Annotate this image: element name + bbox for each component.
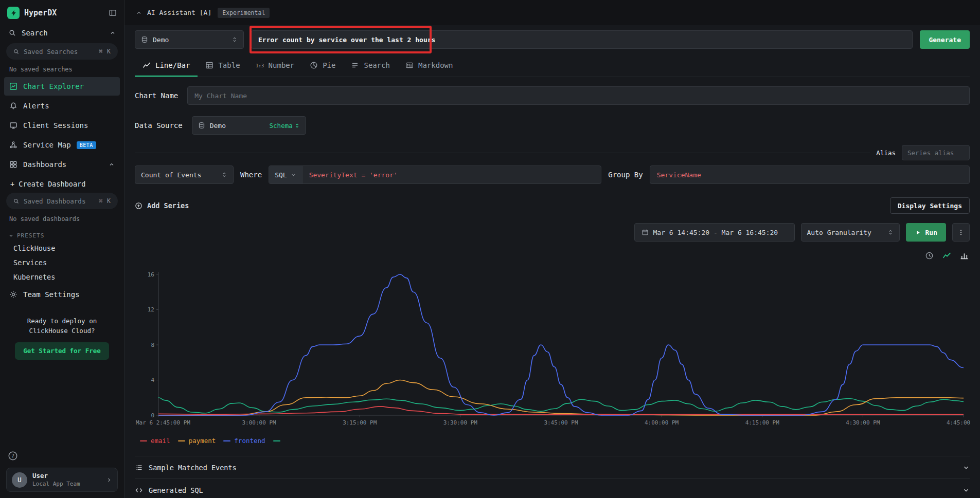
data-source-row: Data Source Demo Schema (135, 116, 970, 135)
get-started-button[interactable]: Get Started for Free (15, 342, 109, 360)
ai-source-value: Demo (153, 36, 227, 44)
ai-assistant-toggle[interactable]: AI Assistant [A] (136, 9, 211, 16)
ai-prompt-input[interactable] (251, 30, 913, 49)
markdown-icon (405, 61, 414, 69)
legend-item-email[interactable]: email (140, 437, 170, 445)
preset-kubernetes[interactable]: Kubernetes (0, 270, 124, 284)
tab-number[interactable]: 1₂3 Number (248, 54, 302, 77)
saved-searches-input[interactable]: Saved Searches ⌘ K (6, 43, 118, 60)
time-range-picker[interactable]: Mar 6 14:45:20 - Mar 6 16:45:20 (634, 223, 795, 242)
sample-matched-events-label: Sample Matched Events (149, 464, 237, 472)
user-menu[interactable]: U User Local App Team (6, 468, 118, 492)
bottom-panels: Sample Matched Events Generated SQL (135, 456, 970, 498)
run-button[interactable]: Run (906, 223, 946, 242)
data-source-value: Demo (210, 122, 226, 130)
tab-label: Table (218, 61, 240, 69)
sidebar-item-dashboards[interactable]: Dashboards (4, 155, 120, 174)
play-icon (915, 229, 921, 236)
where-expression-input[interactable]: SeverityText = 'error' (302, 171, 404, 179)
where-label: Where (240, 171, 262, 179)
add-series-button[interactable]: Add Series (135, 201, 189, 210)
sidebar-item-team-settings[interactable]: Team Settings (0, 284, 124, 305)
alias-input[interactable] (902, 145, 970, 160)
sidebar-item-service-map[interactable]: Service Map BETA (4, 136, 120, 154)
sidebar-item-alerts[interactable]: Alerts (4, 97, 120, 115)
saved-searches-placeholder: Saved Searches (24, 48, 95, 56)
chart-name-label: Chart Name (135, 91, 178, 100)
sidebar-item-client-sessions[interactable]: Client Sessions (4, 116, 120, 135)
ai-prompt-wrap (251, 30, 913, 49)
updown-chevron-icon (231, 36, 238, 43)
bell-icon (9, 102, 17, 110)
svg-text:4: 4 (151, 377, 154, 383)
svg-text:4:45:00 PM: 4:45:00 PM (947, 419, 970, 426)
bar-view-toggle-icon[interactable] (958, 250, 970, 261)
search-section-header[interactable]: Search (0, 24, 124, 42)
list-lines-icon (351, 61, 359, 69)
schema-link-label: Schema (270, 122, 293, 130)
data-source-select[interactable]: Demo Schema (192, 116, 306, 135)
more-options-button[interactable] (952, 223, 970, 242)
user-team: Local App Team (32, 481, 101, 488)
chart-name-input[interactable] (187, 86, 970, 105)
line-view-toggle-icon[interactable] (941, 250, 952, 261)
run-controls-row: Mar 6 14:45:20 - Mar 6 16:45:20 Auto Gra… (135, 223, 970, 242)
legend-dash (140, 440, 147, 441)
brand-name: HyperDX (24, 8, 57, 17)
search-section-label: Search (22, 29, 48, 37)
preset-clickhouse[interactable]: ClickHouse (0, 241, 124, 255)
brand[interactable]: HyperDX (7, 7, 57, 19)
gear-icon (9, 290, 17, 299)
legend-item-payment[interactable]: payment (178, 437, 216, 445)
event-list-icon (135, 464, 143, 472)
sidebar-footer: ? U User Local App Team (0, 444, 124, 498)
group-by-label: Group By (608, 171, 643, 179)
legend-item-frontend[interactable]: frontend (223, 437, 265, 445)
generated-sql-label: Generated SQL (149, 486, 203, 494)
collapse-sidebar-icon[interactable] (109, 9, 117, 17)
ai-source-select[interactable]: Demo (135, 30, 244, 49)
generated-sql-row[interactable]: Generated SQL (135, 478, 970, 498)
svg-text:1₂3: 1₂3 (256, 63, 264, 68)
presets-section-header[interactable]: PRESETS (0, 226, 124, 241)
saved-dashboards-placeholder: Saved Dashboards (24, 197, 95, 205)
tab-markdown[interactable]: Markdown (398, 54, 460, 77)
sidebar-header: HyperDX (0, 0, 124, 24)
data-source-label: Data Source (135, 121, 183, 130)
updown-chevron-icon (294, 123, 300, 128)
sidebar-item-chart-explorer[interactable]: Chart Explorer (4, 77, 120, 96)
divider (135, 153, 870, 153)
svg-text:3:00:00 PM: 3:00:00 PM (242, 419, 277, 426)
chart-explorer-icon (9, 82, 17, 90)
search-section-icon (8, 29, 16, 37)
tab-search[interactable]: Search (343, 54, 398, 77)
time-toggle-button[interactable] (923, 250, 935, 261)
tab-table[interactable]: Table (198, 54, 247, 77)
create-dashboard-button[interactable]: + Create Dashboard (0, 174, 124, 191)
code-icon (135, 486, 143, 494)
generate-button[interactable]: Generate (920, 30, 970, 49)
time-range-value: Mar 6 14:45:20 - Mar 6 16:45:20 (653, 229, 778, 236)
display-settings-button[interactable]: Display Settings (890, 197, 970, 214)
add-series-label: Add Series (147, 201, 189, 210)
schema-link[interactable]: Schema (270, 122, 300, 130)
timeseries-chart[interactable]: 0481216Mar 6 2:45:00 PM3:00:00 PM3:15:00… (135, 267, 970, 432)
tab-pie[interactable]: Pie (302, 54, 343, 77)
avatar: U (12, 472, 27, 488)
svg-text:?: ? (11, 453, 14, 459)
granularity-select[interactable]: Auto Granularity (801, 223, 900, 242)
language-value: SQL (275, 171, 287, 179)
help-button[interactable]: ? (6, 449, 20, 463)
language-select[interactable]: SQL (269, 166, 302, 183)
app: HyperDX Search Saved Searches ⌘ K No sav… (0, 0, 980, 498)
aggregation-select[interactable]: Count of Events (135, 165, 234, 184)
preset-services[interactable]: Services (0, 255, 124, 270)
chart-explorer-page: Demo Generate Line/Bar (124, 25, 980, 498)
legend-item-unnamed[interactable] (273, 440, 284, 441)
ai-assistant-title: AI Assistant [A] (147, 9, 211, 16)
group-by-input[interactable]: ServiceName (650, 165, 970, 184)
saved-dashboards-input[interactable]: Saved Dashboards ⌘ K (6, 193, 118, 209)
sample-matched-events-row[interactable]: Sample Matched Events (135, 456, 970, 478)
tab-line-bar[interactable]: Line/Bar (135, 54, 198, 77)
dashboards-icon (9, 160, 17, 169)
